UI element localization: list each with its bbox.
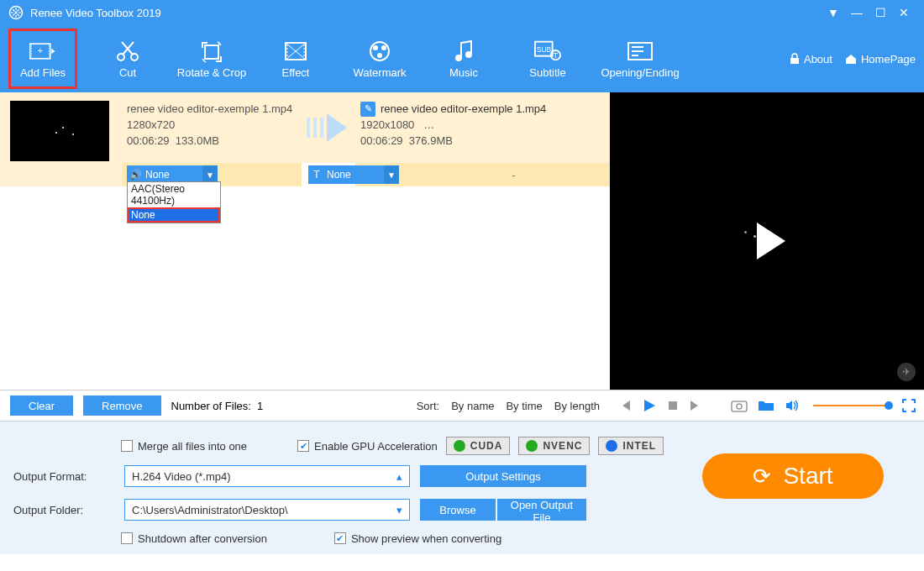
- checkbox-checked-icon: ✔: [297, 440, 309, 452]
- opening-ending-button[interactable]: Opening/Ending: [590, 29, 690, 88]
- chevron-down-icon: ▼: [384, 165, 399, 184]
- svg-point-13: [465, 51, 472, 58]
- dest-filename: renee video editor-exemple 1.mp4: [381, 101, 546, 117]
- svg-point-9: [373, 45, 378, 50]
- intel-badge: INTEL: [598, 437, 664, 455]
- rotate-crop-button[interactable]: Rotate & Crop: [170, 29, 254, 88]
- prev-track-icon[interactable]: [618, 399, 632, 412]
- add-files-icon: +: [29, 39, 56, 63]
- file-count-label: Number of Files: 1: [171, 400, 264, 412]
- file-row[interactable]: renee video editor-exemple 1.mp4 1280x72…: [0, 92, 610, 186]
- rotate-crop-icon: [198, 39, 225, 63]
- sort-by-time[interactable]: By time: [506, 400, 542, 412]
- compass-icon[interactable]: ✈: [897, 363, 916, 381]
- dest-resolution: 1920x1080: [360, 118, 414, 131]
- svg-text:T: T: [554, 50, 559, 60]
- show-preview-checkbox[interactable]: ✔ Show preview when converting: [334, 532, 501, 545]
- output-format-label: Output Format:: [13, 470, 114, 483]
- svg-point-10: [381, 45, 386, 50]
- checkbox-checked-icon: ✔: [334, 532, 346, 544]
- svg-rect-20: [669, 401, 677, 410]
- bottom-panel: Merge all files into one ✔ Enable GPU Ac…: [0, 422, 924, 554]
- convert-arrow-icon: [307, 115, 350, 140]
- next-track-icon[interactable]: [689, 399, 702, 412]
- window-close-icon[interactable]: ✕: [892, 6, 916, 19]
- svg-point-12: [455, 55, 462, 61]
- fullscreen-icon[interactable]: [902, 399, 916, 412]
- output-folder-label: Output Folder:: [13, 504, 114, 516]
- lock-icon: [789, 53, 801, 65]
- start-button[interactable]: ⟳ Start: [702, 453, 884, 499]
- audio-option-aac[interactable]: AAC(Stereo 44100Hz): [128, 182, 220, 207]
- refresh-icon: ⟳: [753, 464, 771, 490]
- svg-rect-19: [790, 58, 799, 64]
- subtitle-button[interactable]: SUBT Subtitle: [506, 29, 590, 88]
- snapshot-icon[interactable]: [731, 399, 748, 412]
- svg-point-11: [377, 53, 382, 58]
- merge-files-checkbox[interactable]: Merge all files into one: [121, 440, 247, 453]
- stop-icon[interactable]: [667, 400, 679, 411]
- gpu-accel-checkbox[interactable]: ✔ Enable GPU Acceleration: [297, 440, 438, 453]
- music-button[interactable]: Music: [422, 29, 506, 88]
- app-logo-icon: [8, 5, 24, 20]
- chevron-up-icon: ▴: [396, 470, 402, 483]
- play-overlay-icon[interactable]: [757, 223, 785, 259]
- output-folder-combo[interactable]: C:\Users\Administrator\Desktop\ ▾: [124, 499, 410, 521]
- edit-icon[interactable]: ✎: [360, 102, 375, 117]
- svg-text:SUB: SUB: [537, 45, 552, 53]
- volume-slider[interactable]: [813, 405, 889, 406]
- preview-pane[interactable]: ✈: [610, 92, 924, 390]
- about-link[interactable]: About: [789, 53, 832, 65]
- chevron-down-icon: ▾: [396, 504, 402, 516]
- window-maximize-icon[interactable]: ☐: [869, 6, 892, 19]
- window-dropdown-icon[interactable]: ▼: [822, 6, 845, 19]
- title-bar: Renee Video Toolbox 2019 ▼ — ☐ ✕: [0, 0, 924, 25]
- subtitle-track-dropdown[interactable]: T None ▼: [308, 165, 399, 184]
- homepage-link[interactable]: HomePage: [844, 53, 916, 65]
- dest-duration: 00:06:29: [360, 134, 403, 147]
- list-footer: Clear Remove Number of Files: 1 Sort: By…: [0, 390, 610, 422]
- output-settings-button[interactable]: Output Settings: [420, 465, 586, 487]
- effect-button[interactable]: Effect: [254, 29, 338, 88]
- svg-rect-6: [205, 45, 218, 59]
- progress-placeholder: -: [421, 169, 606, 181]
- sort-by-length[interactable]: By length: [554, 400, 600, 412]
- open-folder-icon[interactable]: [758, 399, 774, 412]
- checkbox-unchecked-icon: [121, 532, 133, 544]
- nvenc-badge: NVENC: [518, 437, 590, 455]
- svg-point-22: [737, 404, 742, 409]
- svg-text:+: +: [38, 45, 44, 55]
- subtitle-icon: SUBT: [534, 39, 561, 63]
- shutdown-checkbox[interactable]: Shutdown after conversion: [121, 532, 267, 545]
- play-icon[interactable]: [642, 398, 657, 413]
- sort-label: Sort:: [417, 400, 439, 412]
- audio-option-none[interactable]: None: [128, 207, 220, 223]
- effect-icon: [282, 39, 309, 63]
- clear-button[interactable]: Clear: [10, 396, 73, 416]
- music-icon: [450, 39, 477, 63]
- watermark-button[interactable]: Watermark: [338, 29, 422, 88]
- open-output-file-button[interactable]: Open Output File: [497, 499, 586, 521]
- source-thumbnail[interactable]: [10, 101, 109, 161]
- opening-ending-icon: [627, 39, 654, 63]
- watermark-icon: [366, 39, 393, 63]
- volume-icon[interactable]: [785, 399, 800, 412]
- output-format-combo[interactable]: H.264 Video (*.mp4) ▴: [124, 465, 410, 487]
- preview-controls: [610, 390, 924, 422]
- source-filename: renee video editor-exemple 1.mp4: [127, 101, 298, 117]
- svg-rect-21: [732, 401, 747, 411]
- sort-by-name[interactable]: By name: [451, 400, 494, 412]
- browse-button[interactable]: Browse: [420, 499, 496, 521]
- add-files-button[interactable]: + Add Files: [8, 29, 77, 89]
- file-list-pane: renee video editor-exemple 1.mp4 1280x72…: [0, 92, 610, 390]
- remove-button[interactable]: Remove: [83, 396, 160, 416]
- main-toolbar: + Add Files Cut Rotate & Crop Effect Wat…: [0, 25, 924, 92]
- cut-button[interactable]: Cut: [86, 29, 170, 88]
- text-icon: T: [308, 169, 325, 181]
- dest-filesize: 376.9MB: [409, 134, 453, 147]
- window-minimize-icon[interactable]: —: [845, 6, 869, 19]
- home-icon: [844, 53, 858, 65]
- speaker-icon: 🔊: [127, 169, 144, 181]
- app-title: Renee Video Toolbox 2019: [30, 7, 161, 19]
- svg-point-1: [15, 12, 18, 14]
